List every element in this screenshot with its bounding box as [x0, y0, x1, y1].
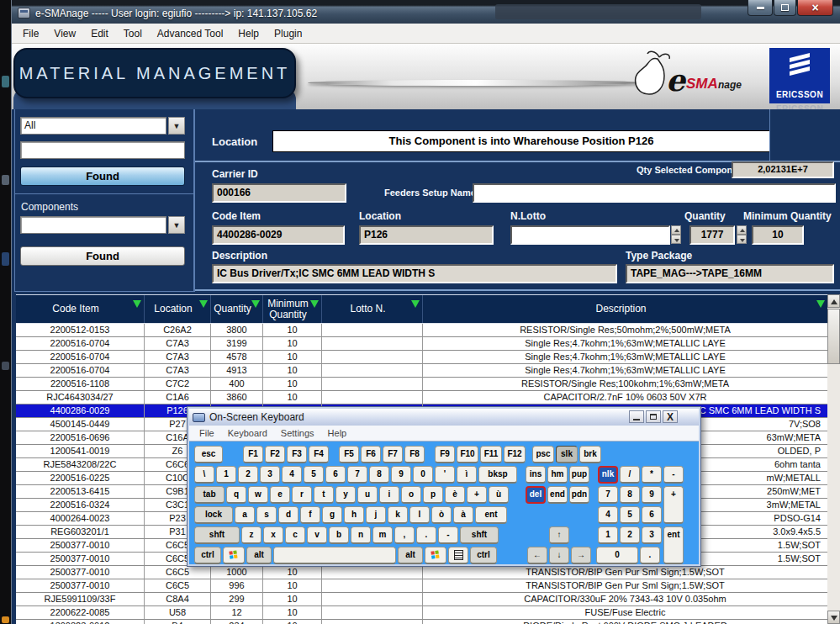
key-psc[interactable]: psc	[532, 446, 554, 463]
minimum-quantity-field[interactable]: 10	[752, 225, 804, 245]
key-0[interactable]: 0	[413, 466, 433, 484]
key-bksp[interactable]: bksp	[478, 466, 517, 484]
key-end[interactable]: end	[547, 486, 568, 504]
key-8[interactable]: 8	[620, 486, 640, 504]
menu-item-edit[interactable]: Edit	[83, 25, 116, 42]
found-button-secondary[interactable]: Found	[20, 246, 185, 266]
key-space[interactable]	[273, 547, 396, 564]
key-slk[interactable]: slk	[556, 446, 578, 463]
key-2[interactable]: 2	[620, 526, 640, 544]
key-s[interactable]: s	[256, 506, 277, 524]
key-5[interactable]: 5	[304, 466, 324, 484]
key-F8[interactable]: F8	[404, 446, 425, 463]
key-symbol[interactable]: .	[416, 526, 436, 544]
filter-dropdown-button[interactable]: ▼	[168, 117, 185, 135]
spin-up-icon[interactable]	[671, 225, 681, 235]
spin-down-icon[interactable]	[737, 235, 747, 244]
key-F12[interactable]: F12	[504, 446, 526, 463]
key-9[interactable]: 9	[642, 486, 662, 504]
key-1[interactable]: 1	[216, 466, 236, 484]
key-ì[interactable]: ì	[457, 466, 477, 484]
column-header-lotto-n-[interactable]: Lotto N.	[322, 295, 423, 323]
scrollbar-thumb[interactable]	[827, 309, 840, 364]
key-F1[interactable]: F1	[243, 446, 263, 463]
key-pup[interactable]: pup	[569, 466, 589, 484]
key-è[interactable]: è	[445, 486, 465, 504]
key-d[interactable]: d	[278, 506, 298, 524]
menu-item-view[interactable]: View	[46, 25, 83, 42]
feeders-setup-name-field[interactable]	[473, 183, 836, 203]
column-header-quantity[interactable]: Quantity	[211, 295, 263, 323]
key-F10[interactable]: F10	[457, 446, 478, 463]
key-ò[interactable]: ò	[431, 506, 452, 524]
key-ù[interactable]: ù	[489, 486, 509, 504]
key-nlk[interactable]: nlk	[598, 466, 618, 484]
table-row[interactable]: 2200512-0153C26A2380010RESISTOR/Single R…	[16, 324, 828, 337]
key-ctrl[interactable]: ctrl	[470, 547, 497, 564]
table-row[interactable]: RJE5991109/33FC8A429910CAPACITOR/330uF 2…	[16, 593, 828, 606]
key-j[interactable]: j	[366, 506, 386, 524]
nlotto-spinner[interactable]	[671, 225, 681, 244]
key-→[interactable]: →	[571, 547, 591, 564]
osk-menu-item-help[interactable]: Help	[321, 426, 354, 440]
spin-up-icon[interactable]	[737, 225, 747, 235]
code-item-field[interactable]: 4400286-0029	[212, 225, 345, 245]
key-symbol[interactable]: +	[663, 486, 684, 524]
key-f[interactable]: f	[300, 506, 320, 524]
key-hm[interactable]: hm	[547, 466, 568, 484]
key-↑[interactable]: ↑	[549, 526, 569, 544]
menu-item-tool[interactable]: Tool	[116, 25, 150, 42]
quantity-field[interactable]: 1777	[689, 225, 735, 245]
menu-item-plugin[interactable]: Plugin	[267, 25, 309, 42]
osk-menu-item-settings[interactable]: Settings	[274, 426, 321, 440]
key-brk[interactable]: brk	[579, 446, 601, 463]
components-dropdown-button[interactable]: ▼	[168, 216, 185, 234]
column-header-code-item[interactable]: Code Item	[16, 295, 145, 323]
type-package-field[interactable]: TAPE_MAG--->TAPE_16MM	[626, 264, 834, 283]
table-row[interactable]: 2200516-0704C7A3319910Single Res;4.7kohm…	[16, 337, 828, 351]
key-alt[interactable]: alt	[246, 547, 272, 564]
column-header-minimum-quantity[interactable]: Minimum Quantity	[263, 295, 322, 323]
key-0[interactable]: 0	[596, 547, 638, 564]
key-k[interactable]: k	[388, 506, 408, 524]
key-6[interactable]: 6	[325, 466, 346, 484]
table-row[interactable]: RJC4643034/27C1A6386010CAPACITOR/2.7nF 1…	[16, 391, 828, 405]
key-ent[interactable]: ent	[475, 506, 507, 524]
key-F7[interactable]: F7	[383, 446, 403, 463]
key-4[interactable]: 4	[282, 466, 302, 484]
quantity-spinner[interactable]	[737, 225, 747, 244]
key-pdn[interactable]: pdn	[569, 486, 589, 504]
key-1[interactable]: 1	[598, 526, 618, 544]
key-i[interactable]: i	[379, 486, 399, 504]
key-symbol[interactable]: -	[438, 526, 458, 544]
osk-title-bar[interactable]: On-Screen Keyboard X	[189, 409, 699, 426]
key-symbol[interactable]: ,	[394, 526, 415, 544]
key-lock[interactable]: lock	[194, 506, 233, 524]
key-v[interactable]: v	[307, 526, 327, 544]
key-F6[interactable]: F6	[361, 446, 381, 463]
table-row[interactable]: 2200622-0085U581210FUSE/Fuse Electric	[16, 606, 828, 620]
key-↓[interactable]: ↓	[549, 547, 569, 564]
table-scrollbar[interactable]	[827, 294, 840, 624]
key-esc[interactable]: esc	[194, 446, 223, 463]
windows-key[interactable]	[223, 547, 245, 564]
key-tab[interactable]: tab	[194, 486, 225, 504]
key-F3[interactable]: F3	[287, 446, 307, 463]
scroll-down-button[interactable]	[827, 611, 840, 624]
key-3[interactable]: 3	[260, 466, 280, 484]
on-screen-keyboard-window[interactable]: On-Screen Keyboard X FileKeyboardSetting…	[187, 406, 701, 567]
key-t[interactable]: t	[314, 486, 334, 504]
spin-down-icon[interactable]	[671, 235, 681, 244]
table-row[interactable]: 2500377-0010C6C599610TRANSISTOR/BIP Gen …	[16, 579, 828, 593]
key-7[interactable]: 7	[598, 486, 618, 504]
key-4[interactable]: 4	[598, 506, 618, 524]
key-a[interactable]: a	[235, 506, 255, 524]
key-3[interactable]: 3	[642, 526, 662, 544]
filter-dropdown[interactable]: All	[20, 117, 166, 135]
menu-item-file[interactable]: File	[15, 25, 46, 42]
key-symbol[interactable]: +	[467, 486, 487, 504]
windows-key[interactable]	[425, 547, 446, 564]
column-header-description[interactable]: Description	[423, 295, 828, 323]
table-row[interactable]: 2200516-1108C7C240010RESISTOR/Single Res…	[16, 378, 828, 391]
osk-close-button[interactable]: X	[663, 410, 678, 423]
